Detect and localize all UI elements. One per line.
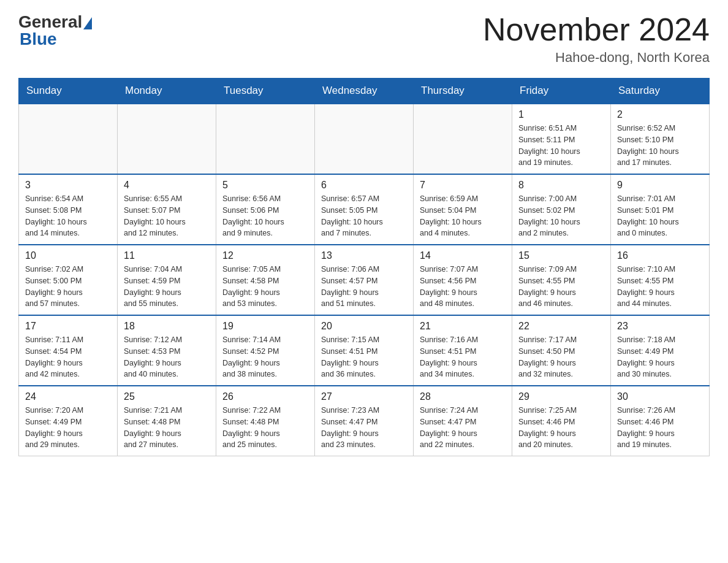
calendar-cell: 26Sunrise: 7:22 AM Sunset: 4:48 PM Dayli…	[216, 386, 315, 456]
calendar-header-saturday: Saturday	[611, 79, 710, 104]
day-info: Sunrise: 7:07 AM Sunset: 4:56 PM Dayligh…	[420, 264, 506, 310]
week-row-2: 3Sunrise: 6:54 AM Sunset: 5:08 PM Daylig…	[19, 174, 710, 245]
calendar-cell: 23Sunrise: 7:18 AM Sunset: 4:49 PM Dayli…	[611, 315, 710, 386]
day-info: Sunrise: 7:10 AM Sunset: 4:55 PM Dayligh…	[617, 264, 703, 310]
calendar-cell: 6Sunrise: 6:57 AM Sunset: 5:05 PM Daylig…	[315, 174, 414, 245]
calendar-cell: 10Sunrise: 7:02 AM Sunset: 5:00 PM Dayli…	[19, 245, 118, 315]
calendar-cell: 12Sunrise: 7:05 AM Sunset: 4:58 PM Dayli…	[216, 245, 315, 315]
calendar-cell: 2Sunrise: 6:52 AM Sunset: 5:10 PM Daylig…	[611, 104, 710, 174]
day-info: Sunrise: 7:23 AM Sunset: 4:47 PM Dayligh…	[321, 405, 407, 451]
day-number: 9	[617, 180, 703, 191]
calendar-cell: 25Sunrise: 7:21 AM Sunset: 4:48 PM Dayli…	[118, 386, 216, 456]
day-info: Sunrise: 7:11 AM Sunset: 4:54 PM Dayligh…	[25, 334, 111, 380]
calendar-cell: 24Sunrise: 7:20 AM Sunset: 4:49 PM Dayli…	[19, 386, 118, 456]
day-number: 18	[124, 321, 210, 332]
day-info: Sunrise: 7:24 AM Sunset: 4:47 PM Dayligh…	[420, 405, 506, 451]
day-info: Sunrise: 7:14 AM Sunset: 4:52 PM Dayligh…	[222, 334, 308, 380]
calendar-cell: 30Sunrise: 7:26 AM Sunset: 4:46 PM Dayli…	[611, 386, 710, 456]
day-number: 22	[518, 321, 604, 332]
calendar-cell: 3Sunrise: 6:54 AM Sunset: 5:08 PM Daylig…	[19, 174, 118, 245]
calendar-cell: 4Sunrise: 6:55 AM Sunset: 5:07 PM Daylig…	[118, 174, 216, 245]
calendar-cell: 15Sunrise: 7:09 AM Sunset: 4:55 PM Dayli…	[512, 245, 611, 315]
day-info: Sunrise: 7:04 AM Sunset: 4:59 PM Dayligh…	[124, 264, 210, 310]
day-number: 15	[518, 250, 604, 261]
calendar-header-row: SundayMondayTuesdayWednesdayThursdayFrid…	[19, 79, 710, 104]
logo-text-blue: Blue	[20, 29, 57, 49]
calendar-cell: 17Sunrise: 7:11 AM Sunset: 4:54 PM Dayli…	[19, 315, 118, 386]
calendar-cell	[414, 104, 512, 174]
day-info: Sunrise: 7:01 AM Sunset: 5:01 PM Dayligh…	[617, 193, 703, 239]
calendar-cell	[19, 104, 118, 174]
day-info: Sunrise: 6:56 AM Sunset: 5:06 PM Dayligh…	[222, 193, 308, 239]
day-info: Sunrise: 7:26 AM Sunset: 4:46 PM Dayligh…	[617, 405, 703, 451]
calendar-header-tuesday: Tuesday	[216, 79, 315, 104]
week-row-5: 24Sunrise: 7:20 AM Sunset: 4:49 PM Dayli…	[19, 386, 710, 456]
calendar-header-sunday: Sunday	[19, 79, 118, 104]
calendar-cell: 1Sunrise: 6:51 AM Sunset: 5:11 PM Daylig…	[512, 104, 611, 174]
calendar-header-thursday: Thursday	[414, 79, 512, 104]
week-row-4: 17Sunrise: 7:11 AM Sunset: 4:54 PM Dayli…	[19, 315, 710, 386]
day-info: Sunrise: 7:21 AM Sunset: 4:48 PM Dayligh…	[124, 405, 210, 451]
calendar-cell	[216, 104, 315, 174]
day-info: Sunrise: 7:20 AM Sunset: 4:49 PM Dayligh…	[25, 405, 111, 451]
calendar-header-friday: Friday	[512, 79, 611, 104]
calendar-cell: 13Sunrise: 7:06 AM Sunset: 4:57 PM Dayli…	[315, 245, 414, 315]
calendar-cell	[118, 104, 216, 174]
day-number: 16	[617, 250, 703, 261]
day-info: Sunrise: 7:05 AM Sunset: 4:58 PM Dayligh…	[222, 264, 308, 310]
day-number: 27	[321, 391, 407, 402]
calendar-cell: 21Sunrise: 7:16 AM Sunset: 4:51 PM Dayli…	[414, 315, 512, 386]
day-number: 21	[420, 321, 506, 332]
day-number: 11	[124, 250, 210, 261]
day-number: 23	[617, 321, 703, 332]
month-title: November 2024	[483, 12, 710, 47]
day-number: 4	[124, 180, 210, 191]
week-row-1: 1Sunrise: 6:51 AM Sunset: 5:11 PM Daylig…	[19, 104, 710, 174]
page-header: General Blue November 2024 Hahoe-dong, N…	[18, 12, 710, 66]
day-info: Sunrise: 7:09 AM Sunset: 4:55 PM Dayligh…	[518, 264, 604, 310]
day-info: Sunrise: 7:02 AM Sunset: 5:00 PM Dayligh…	[25, 264, 111, 310]
calendar-cell: 7Sunrise: 6:59 AM Sunset: 5:04 PM Daylig…	[414, 174, 512, 245]
day-info: Sunrise: 7:16 AM Sunset: 4:51 PM Dayligh…	[420, 334, 506, 380]
day-info: Sunrise: 7:18 AM Sunset: 4:49 PM Dayligh…	[617, 334, 703, 380]
day-info: Sunrise: 6:54 AM Sunset: 5:08 PM Dayligh…	[25, 193, 111, 239]
day-number: 10	[25, 250, 111, 261]
calendar-cell: 16Sunrise: 7:10 AM Sunset: 4:55 PM Dayli…	[611, 245, 710, 315]
calendar-cell: 8Sunrise: 7:00 AM Sunset: 5:02 PM Daylig…	[512, 174, 611, 245]
day-number: 12	[222, 250, 308, 261]
calendar-cell: 28Sunrise: 7:24 AM Sunset: 4:47 PM Dayli…	[414, 386, 512, 456]
location-text: Hahoe-dong, North Korea	[483, 50, 710, 66]
day-number: 28	[420, 391, 506, 402]
day-info: Sunrise: 7:22 AM Sunset: 4:48 PM Dayligh…	[222, 405, 308, 451]
day-number: 24	[25, 391, 111, 402]
week-row-3: 10Sunrise: 7:02 AM Sunset: 5:00 PM Dayli…	[19, 245, 710, 315]
calendar-cell: 29Sunrise: 7:25 AM Sunset: 4:46 PM Dayli…	[512, 386, 611, 456]
calendar-cell: 11Sunrise: 7:04 AM Sunset: 4:59 PM Dayli…	[118, 245, 216, 315]
day-number: 6	[321, 180, 407, 191]
day-info: Sunrise: 6:52 AM Sunset: 5:10 PM Dayligh…	[617, 123, 703, 169]
calendar-cell: 18Sunrise: 7:12 AM Sunset: 4:53 PM Dayli…	[118, 315, 216, 386]
calendar-cell: 20Sunrise: 7:15 AM Sunset: 4:51 PM Dayli…	[315, 315, 414, 386]
day-number: 25	[124, 391, 210, 402]
calendar-cell: 19Sunrise: 7:14 AM Sunset: 4:52 PM Dayli…	[216, 315, 315, 386]
day-number: 7	[420, 180, 506, 191]
day-info: Sunrise: 6:57 AM Sunset: 5:05 PM Dayligh…	[321, 193, 407, 239]
day-number: 26	[222, 391, 308, 402]
day-number: 30	[617, 391, 703, 402]
calendar-cell: 22Sunrise: 7:17 AM Sunset: 4:50 PM Dayli…	[512, 315, 611, 386]
calendar-cell: 27Sunrise: 7:23 AM Sunset: 4:47 PM Dayli…	[315, 386, 414, 456]
day-number: 29	[518, 391, 604, 402]
title-area: November 2024 Hahoe-dong, North Korea	[483, 12, 710, 66]
day-number: 19	[222, 321, 308, 332]
calendar-cell	[315, 104, 414, 174]
day-number: 13	[321, 250, 407, 261]
day-info: Sunrise: 6:59 AM Sunset: 5:04 PM Dayligh…	[420, 193, 506, 239]
day-number: 17	[25, 321, 111, 332]
day-number: 3	[25, 180, 111, 191]
day-info: Sunrise: 7:12 AM Sunset: 4:53 PM Dayligh…	[124, 334, 210, 380]
calendar-cell: 9Sunrise: 7:01 AM Sunset: 5:01 PM Daylig…	[611, 174, 710, 245]
day-number: 1	[518, 109, 604, 120]
calendar-header-monday: Monday	[118, 79, 216, 104]
day-number: 8	[518, 180, 604, 191]
day-info: Sunrise: 7:17 AM Sunset: 4:50 PM Dayligh…	[518, 334, 604, 380]
